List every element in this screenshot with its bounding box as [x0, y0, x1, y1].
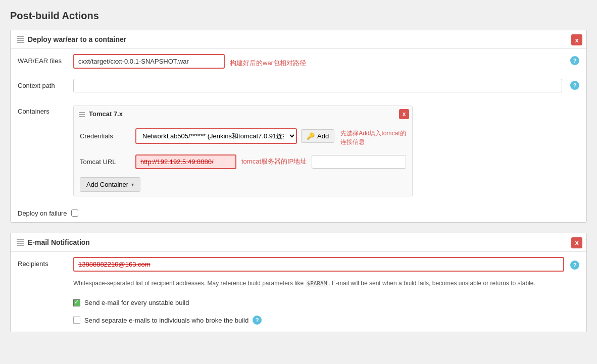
deploy-section-title: Deploy war/ear to a container [28, 35, 126, 43]
context-path-input[interactable] [73, 79, 562, 92]
dropdown-arrow-icon: ▾ [131, 182, 134, 187]
email-hint-text: Whitespace-separated list of recipient a… [73, 279, 535, 288]
recipients-control: ? Whitespace-separated list of recipient… [73, 257, 579, 327]
add-container-button[interactable]: Add Container ▾ [80, 177, 140, 192]
war-files-label: WAR/EAR files [18, 54, 73, 65]
email-section-header: E-mail Notification [11, 233, 586, 252]
broke-build-label: Send separate e-mails to individuals who… [84, 317, 248, 324]
recipients-row: Recipients ? Whitespace-separated list o… [11, 252, 586, 332]
tomcat-url-annotation: tomcat服务器的IP地址 [241, 157, 307, 166]
broke-build-checkbox-icon [73, 317, 80, 324]
unstable-build-row: Send e-mail for every unstable build [73, 297, 189, 308]
credentials-annotation: 先选择Add填入tomcat的连接信息 [340, 126, 406, 146]
deploy-failure-label: Deploy on failure [18, 210, 67, 217]
context-path-control: ? [73, 79, 579, 92]
tomcat-drag-icon [79, 111, 85, 117]
tomcat-title: Tomcat 7.x [89, 110, 123, 118]
tomcat-url-row: Tomcat URL tomcat服务器的IP地址 [74, 150, 412, 173]
add-container-row: Add Container ▾ [74, 173, 412, 196]
email-section-close-button[interactable]: x [571, 237, 582, 248]
email-section-title: E-mail Notification [28, 238, 90, 246]
broke-build-help-icon[interactable]: ? [253, 316, 262, 325]
war-files-input[interactable] [73, 54, 225, 69]
war-files-row: WAR/EAR files 构建好后的war包相对路径 ? [11, 49, 586, 74]
war-files-control: 构建好后的war包相对路径 ? [73, 54, 579, 69]
credentials-select[interactable]: NetworkLab505/****** (Jenkins和tomcat7.0.… [135, 128, 297, 144]
unstable-build-label: Send e-mail for every unstable build [84, 299, 189, 306]
containers-row: Containers Tomcat 7.x x Credentials Netw… [11, 97, 586, 204]
recipients-help-icon[interactable]: ? [570, 261, 579, 270]
deploy-section: Deploy war/ear to a container x WAR/EAR … [10, 30, 587, 223]
tomcat-url-input[interactable] [135, 154, 236, 169]
recipients-input-wrap: ? [73, 257, 579, 272]
credentials-label: Credentials [80, 132, 135, 140]
broke-build-row: Send separate e-mails to individuals who… [73, 314, 262, 327]
add-credentials-button[interactable]: 🔑 Add [301, 129, 334, 143]
tomcat-url-label: Tomcat URL [80, 158, 135, 166]
drag-handle-icon [17, 36, 24, 43]
credentials-row: Credentials NetworkLab505/****** (Jenkin… [74, 122, 412, 150]
add-container-label: Add Container [86, 181, 128, 188]
credentials-controls: NetworkLab505/****** (Jenkins和tomcat7.0.… [135, 128, 334, 144]
recipients-label: Recipients [18, 257, 73, 268]
containers-control: Tomcat 7.x x Credentials NetworkLab505/*… [73, 102, 579, 199]
tomcat-container-box: Tomcat 7.x x Credentials NetworkLab505/*… [73, 106, 413, 196]
context-help-icon[interactable]: ? [570, 81, 579, 90]
tomcat-box-header: Tomcat 7.x x [74, 106, 412, 122]
containers-label: Containers [18, 102, 73, 115]
tomcat-close-button[interactable]: x [399, 109, 409, 119]
recipients-input[interactable] [73, 257, 564, 272]
context-path-label: Context path [18, 79, 73, 89]
page-title: Post-build Actions [10, 10, 587, 22]
email-section: E-mail Notification x Recipients ? White… [10, 233, 587, 333]
tomcat-url-extra-input[interactable] [312, 155, 406, 169]
key-icon: 🔑 [307, 132, 315, 140]
email-drag-handle-icon [17, 239, 24, 246]
context-path-row: Context path ? [11, 74, 586, 97]
deploy-failure-row: Deploy on failure [11, 204, 586, 222]
unstable-build-checkbox-checked-icon [73, 299, 80, 306]
deploy-failure-checkbox[interactable] [71, 210, 78, 217]
deploy-section-header: Deploy war/ear to a container [11, 30, 586, 49]
war-help-icon[interactable]: ? [570, 56, 579, 65]
war-annotation: 构建好后的war包相对路径 [230, 56, 306, 68]
add-cred-label: Add [317, 132, 329, 140]
deploy-section-close-button[interactable]: x [571, 34, 582, 45]
